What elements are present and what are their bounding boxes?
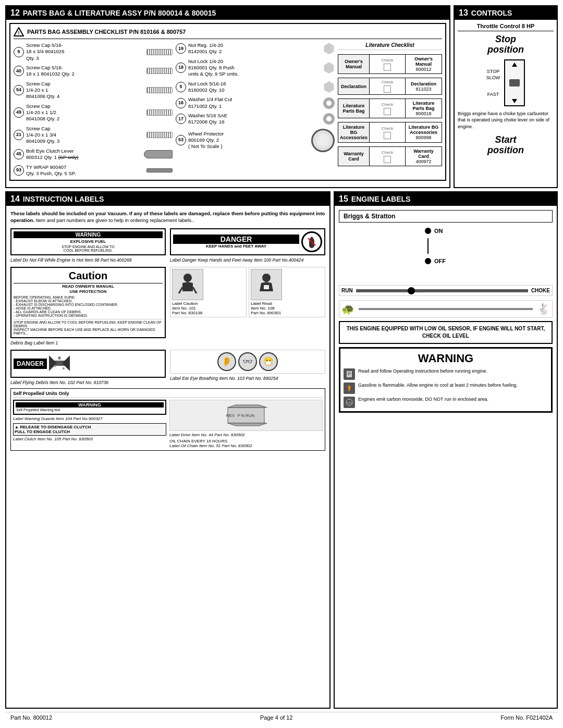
screw-image xyxy=(146,49,173,55)
danger-flying-box: DANGER xyxy=(10,350,166,378)
check-box xyxy=(384,132,391,139)
lit-right-warranty: WarrantyCard 400972 xyxy=(405,147,442,166)
label-flying-debris-desc: Label Flying Debris Item No. 102 Part No… xyxy=(10,380,166,385)
part-item: 16 Washer 1/4 Flat Cut8171002 Qty. 1 xyxy=(176,96,335,109)
lit-middle-declaration: Check xyxy=(370,78,405,94)
caution-item-icon xyxy=(172,269,203,300)
svg-text:P N RUN: P N RUN xyxy=(238,413,255,418)
label-read-item: Label ReadItem No. 106Part No. 890301 xyxy=(249,267,325,317)
footer-form: Form No. F021402A xyxy=(500,714,553,721)
svg-point-11 xyxy=(58,356,61,360)
warning-big-title: WARNING xyxy=(344,352,548,365)
clutch-labels-box: ▲ RELEASE TO DISENGAGE CLUTCH PULL TO EN… xyxy=(13,423,166,436)
part-item: 93 TY WRAP 900407Qty. 3 Push, Qty. 5 SP. xyxy=(14,164,173,177)
bg-part: 800998 xyxy=(415,135,431,140)
section12-number: 12 xyxy=(10,8,20,18)
part-desc: TY WRAP 900407Qty. 3 Push, Qty. 5 SP. xyxy=(26,164,144,177)
part-item: 53 Wheel Protector800169 Qty. 2( Not To … xyxy=(176,129,335,152)
part-item: 21 Screw Cap1/4-20 x 1 3/48041009 Qty. 3 xyxy=(14,126,173,145)
part-desc: Screw Cap1/4-20 x 18041006 Qty. 4 xyxy=(26,81,144,100)
lit-left-owners-manual: Owner'sManual xyxy=(338,55,370,73)
lit-item-warranty: WarrantyCard Check WarrantyCard 400972 xyxy=(338,146,442,166)
warning-item-1: Read and follow Operating Instructions b… xyxy=(344,368,548,380)
part-item: 17 Washer 5/16 SAE8172008 Qty. 16 xyxy=(176,113,335,126)
stop-text: STOP xyxy=(487,69,499,74)
sp-only-label: Self Propelled Units Only xyxy=(13,391,323,398)
label-ear-eye-desc: Label Ear Eye Breathing Item No. 103 Par… xyxy=(170,376,325,381)
page: 12 PARTS BAG & LITERATURE ASSY P/N 80001… xyxy=(0,0,563,728)
lit-right-owners: Owner'sManual 800012 xyxy=(405,55,442,73)
label-caution-area: Caution READ OWNER'S MANUAL USE PROTECTI… xyxy=(10,267,166,346)
lit-left-declaration: Declaration xyxy=(338,78,370,94)
svg-marker-16 xyxy=(228,423,267,426)
choke-slider xyxy=(356,289,528,292)
oil-chain-note: OIL CHAIN EVERY 10 HOURS xyxy=(169,439,323,443)
check-box xyxy=(384,156,391,163)
co-icon: CO xyxy=(344,397,355,408)
bottom-section: 14 INSTRUCTION LABELS These labels shoul… xyxy=(5,191,558,709)
warranty-part: 400972 xyxy=(415,159,431,164)
part-item: 40 Screw Cap 5/16-18 x 1 8041032 Qty. 2 xyxy=(14,65,173,78)
on-label: ON xyxy=(434,228,443,234)
checklist-content-row: 9 Screw Cap 5/16-18 x 3/4 8041026Qty. 3 … xyxy=(14,42,442,177)
part-number: 9 xyxy=(14,47,24,57)
turtle-icon: 🐢 xyxy=(341,303,354,315)
section13-header: 13 CONTROLS xyxy=(455,6,557,20)
screw-image xyxy=(146,132,173,138)
part-item: 18 Nut Lock 1/4-208160001 Qty. 8 Pushuni… xyxy=(176,58,335,78)
release-label: ▲ RELEASE TO DISENGAGE CLUTCH xyxy=(15,425,165,429)
run-label: RUN xyxy=(341,288,353,293)
lit-item-bg-accessories: LiteratureBGAccessories Check Literature… xyxy=(338,122,442,143)
engine-warning-box: WARNING Read and follow Operating Instru… xyxy=(339,347,553,413)
drive-diagram: P N RUN REV xyxy=(225,402,267,428)
declaration-label: Declaration xyxy=(341,84,366,89)
label-danger-desc: Label Danger Keep Hands and Feet Away It… xyxy=(170,257,325,263)
part-desc: Bolt Eye Clutch Lever800312 Qty. 1 (SP o… xyxy=(26,148,142,161)
warning-item-2: Gasoline is flammable. Allow engine to c… xyxy=(344,382,548,394)
part-item: 5 Nut Lock 5/16-188160002 Qty. 10 xyxy=(176,81,335,94)
label-oil-chain-desc: Label Oil Chain Item No. 51 Part No. 830… xyxy=(169,443,323,448)
warning-text-2: Gasoline is flammable. Allow engine to c… xyxy=(358,382,518,388)
ear-eye-box: 👂 👓 😷 xyxy=(170,350,325,374)
svg-line-5 xyxy=(193,287,197,293)
svg-marker-15 xyxy=(228,405,267,408)
on-row: ON xyxy=(425,228,443,234)
mask-icon: 😷 xyxy=(259,352,278,371)
throttle-arrow-down-icon xyxy=(512,99,517,103)
danger-hands-text: DANGER KEEP HANDS and FEET AWAY xyxy=(173,235,299,249)
warning-explosive-box: WARNING EXPLOSIVE FUEL STOP ENGINE AND A… xyxy=(10,228,166,255)
position-label: position xyxy=(458,45,554,55)
part-desc: Washer 1/4 Flat Cut8171002 Qty. 1 xyxy=(188,96,321,109)
lit-right-declaration: Declaration 811023 xyxy=(405,78,442,94)
label-read-desc: Label ReadItem No. 106Part No. 890301 xyxy=(251,301,323,315)
check-label: Check xyxy=(382,80,394,84)
bg-accessories-label: LiteratureBGAccessories xyxy=(340,125,368,140)
sp-warning-header: WARNING xyxy=(16,402,164,408)
keep-hands-text: KEEP HANDS and FEET AWAY xyxy=(173,244,299,249)
part-number: 54 xyxy=(14,85,24,95)
svg-text:REV: REV xyxy=(226,413,235,418)
svg-rect-19 xyxy=(347,371,352,377)
speed-icons: 🐢 🐇 xyxy=(339,300,553,318)
section15-number: 15 xyxy=(339,194,348,204)
screw-image xyxy=(146,87,173,93)
controls-description: Briggs engine have a choke type carburet… xyxy=(458,110,554,130)
nut-image xyxy=(323,81,335,93)
part-item: 54 Screw Cap1/4-20 x 18041006 Qty. 4 xyxy=(14,81,173,100)
warranty-sub: WarrantyCard xyxy=(413,149,434,159)
part-item: 19 Nut Reg. 1/4-208142001 Qty. 2 xyxy=(176,42,335,55)
part-number: 49 xyxy=(14,107,24,118)
declaration-sub: Declaration xyxy=(411,81,436,87)
label-clutch-desc: Label Clutch Item No. 105 Part No. 83050… xyxy=(13,437,166,441)
part-number: 17 xyxy=(176,114,186,124)
caution-extra: STOP ENGINE AND ALLOW TO COOL BEFORE REF… xyxy=(14,319,163,335)
flying-debris-icon xyxy=(49,353,70,374)
owners-manual-label: Owner'sManual xyxy=(345,59,363,69)
svg-point-12 xyxy=(54,365,56,367)
check-box xyxy=(384,64,391,71)
check-box xyxy=(384,108,391,115)
danger-flying-header: DANGER xyxy=(14,359,47,369)
sp-drive-area: P N RUN REV Label Drive Item No. 44 Part… xyxy=(169,400,323,448)
book-icon xyxy=(344,368,355,380)
part-desc: Screw Cap1/4-20 x 1 3/48041009 Qty. 3 xyxy=(26,126,144,145)
